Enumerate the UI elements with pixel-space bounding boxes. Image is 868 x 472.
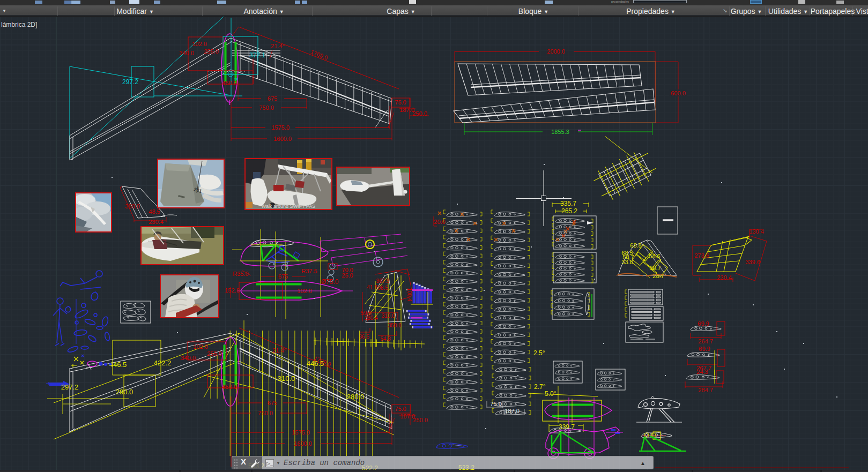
svg-text:36.5: 36.5 (359, 334, 369, 340)
svg-text:297.2: 297.2 (122, 78, 138, 86)
svg-text:24.3: 24.3 (696, 369, 708, 375)
svg-text:450.0: 450.0 (222, 384, 237, 390)
svg-text:25.0: 25.0 (342, 272, 353, 279)
svg-text:367.9: 367.9 (376, 278, 389, 284)
svg-text:48.5: 48.5 (149, 208, 160, 215)
svg-text:675: 675 (278, 273, 288, 280)
svg-text:75.0: 75.0 (490, 401, 501, 407)
svg-text:250.0: 250.0 (413, 417, 428, 423)
svg-text:446.5: 446.5 (109, 361, 127, 369)
svg-text:69.9: 69.9 (699, 346, 710, 352)
svg-text:255.0: 255.0 (207, 350, 222, 357)
svg-text:1600.0: 1600.0 (273, 136, 292, 142)
svg-text:350.0: 350.0 (388, 323, 401, 328)
svg-text:58.6: 58.6 (649, 253, 660, 259)
svg-text:1855.3: 1855.3 (551, 129, 569, 135)
svg-text:75.0: 75.0 (395, 99, 406, 106)
svg-text:310.0: 310.0 (278, 374, 295, 383)
svg-text:41.8: 41.8 (367, 284, 377, 290)
svg-text:600.0: 600.0 (671, 90, 686, 96)
svg-text:340.0: 340.0 (181, 355, 196, 361)
svg-text:28.7: 28.7 (652, 273, 664, 279)
svg-text:339.6: 339.6 (745, 259, 760, 265)
svg-text:R37.5: R37.5 (301, 268, 317, 274)
svg-text:Walk around SWIFT PAS: Walk around SWIFT PAS (262, 204, 315, 209)
svg-text:422.2: 422.2 (154, 359, 172, 367)
svg-text:310.0: 310.0 (381, 313, 395, 319)
svg-text:273.6: 273.6 (694, 252, 709, 259)
svg-text:230.4: 230.4 (717, 274, 732, 281)
svg-text:54.8: 54.8 (380, 336, 391, 342)
svg-text:1709.0: 1709.0 (310, 49, 329, 61)
svg-text:290.0: 290.0 (116, 388, 133, 396)
svg-text:230.4: 230.4 (149, 219, 164, 225)
svg-text:2000.0: 2000.0 (547, 48, 565, 55)
svg-text:98.5: 98.5 (377, 285, 388, 291)
svg-text:33.8: 33.8 (621, 259, 633, 265)
svg-text:280.0: 280.0 (347, 393, 365, 401)
svg-text:297.2: 297.2 (61, 383, 79, 391)
svg-text:372.1: 372.1 (249, 51, 265, 59)
svg-text:446.5: 446.5 (307, 359, 324, 368)
svg-text:1600.0: 1600.0 (294, 440, 312, 447)
svg-text:264.7: 264.7 (698, 338, 713, 344)
svg-text:5.0°: 5.0° (545, 390, 557, 398)
svg-text:68.8: 68.8 (630, 242, 641, 249)
svg-text:750.0: 750.0 (258, 410, 273, 416)
svg-text:R35.0: R35.0 (233, 271, 248, 277)
svg-text:102.0: 102.0 (192, 41, 207, 47)
svg-text:130.4: 130.4 (749, 228, 764, 235)
svg-text:75.0: 75.0 (395, 406, 406, 412)
svg-text:450.0: 450.0 (222, 80, 237, 86)
svg-text:675: 675 (268, 95, 277, 102)
svg-text:2.7°: 2.7° (534, 383, 546, 391)
svg-text:21.4°: 21.4° (272, 347, 286, 354)
svg-text:69.9: 69.9 (698, 320, 709, 327)
svg-text:Ø75.0: Ø75.0 (321, 278, 339, 286)
svg-text:284.7: 284.7 (698, 387, 713, 393)
svg-text:2.5°: 2.5° (533, 349, 545, 357)
svg-text:152.8: 152.8 (225, 287, 240, 294)
svg-text:675: 675 (268, 400, 277, 406)
svg-text:60.7: 60.7 (649, 265, 661, 271)
svg-text:1575.0: 1575.0 (292, 429, 310, 436)
svg-text:102.0: 102.0 (193, 343, 208, 350)
svg-text:1575.0: 1575.0 (271, 124, 290, 131)
svg-text:255.0: 255.0 (204, 48, 219, 55)
svg-text:187.0: 187.0 (505, 408, 520, 414)
svg-text:750.0: 750.0 (259, 104, 274, 111)
svg-text:20.0: 20.0 (434, 219, 445, 225)
svg-text:340.0: 340.0 (179, 50, 194, 56)
svg-text:350.0: 350.0 (125, 203, 140, 209)
svg-text:Swift: Swift (148, 240, 153, 243)
